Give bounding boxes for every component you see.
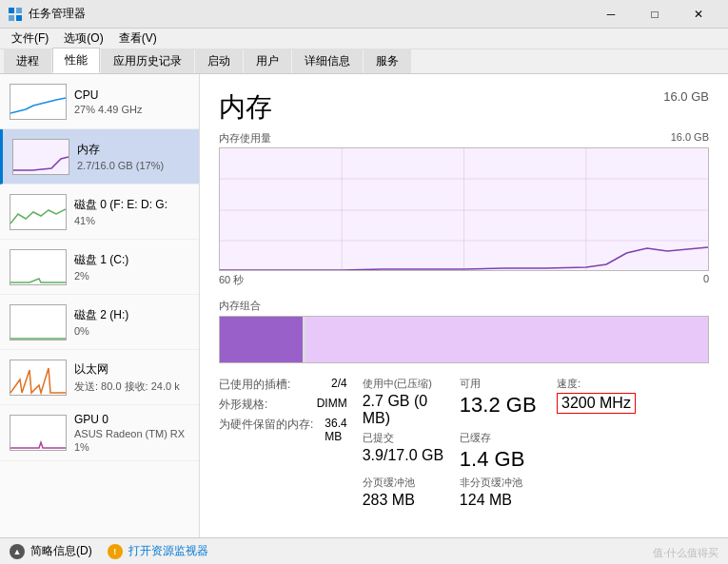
speed-highlight: 3200 MHz (557, 393, 636, 414)
chart-label-left: 内存使用量 (219, 131, 271, 146)
disk2-info: 磁盘 2 (H:) 0% (74, 307, 189, 337)
disk2-name: 磁盘 2 (H:) (74, 307, 189, 323)
panel-header: 内存 16.0 GB (219, 89, 709, 126)
stat-paged-pool: 分页缓冲池 283 MB (363, 476, 444, 509)
summary-label: 简略信息(D) (30, 543, 92, 559)
sidebar: CPU 27% 4.49 GHz 内存 2.7/16.0 GB (17%) (0, 74, 200, 537)
slots-row: 已使用的插槽: 2/4 (219, 377, 347, 393)
resource-monitor-button[interactable]: ! 打开资源监视器 (108, 543, 208, 559)
titlebar: 任务管理器 ─ □ ✕ (0, 0, 728, 29)
monitor-label: 打开资源监视器 (128, 543, 208, 559)
usage-chart-section: 内存使用量 16.0 GB 60 秒 0 (219, 131, 709, 287)
panel-title: 内存 (219, 89, 272, 126)
sidebar-item-gpu0[interactable]: GPU 0 ASUS Radeon (TM) RX 1% (0, 405, 199, 461)
form-factor-row: 外形规格: DIMM (219, 397, 347, 413)
usage-chart (219, 147, 709, 271)
comp-available (305, 317, 708, 362)
titlebar-title: 任务管理器 (29, 6, 589, 22)
tab-app-history[interactable]: 应用历史记录 (101, 49, 194, 73)
mem-mini-graph (12, 139, 69, 175)
main-content: CPU 27% 4.49 GHz 内存 2.7/16.0 GB (17%) (0, 74, 728, 537)
disk0-mini-graph (10, 194, 67, 230)
chart-time-right: 0 (703, 273, 709, 287)
chart-time-row: 60 秒 0 (219, 273, 709, 287)
summary-info-button[interactable]: ▲ 简略信息(D) (10, 543, 92, 559)
sidebar-item-ethernet[interactable]: 以太网 发送: 80.0 接收: 24.0 k (0, 350, 199, 405)
svg-rect-2 (9, 15, 14, 21)
maximize-button[interactable]: □ (633, 0, 677, 29)
disk0-info: 磁盘 0 (F: E: D: G: 41% (74, 197, 189, 226)
disk2-value: 0% (74, 325, 189, 337)
stat-committed: 已提交 3.9/17.0 GB (363, 431, 444, 472)
right-info-panel: 已使用的插槽: 2/4 外形规格: DIMM 为硬件保留的内存: 36.4 MB (219, 377, 347, 509)
mem-name: 内存 (77, 142, 189, 158)
tabbar: 进程 性能 应用历史记录 启动 用户 详细信息 服务 (0, 49, 728, 74)
eth-mini-graph (10, 360, 67, 396)
sidebar-item-disk0[interactable]: 磁盘 0 (F: E: D: G: 41% (0, 185, 199, 240)
chart-label-row: 内存使用量 16.0 GB (219, 131, 709, 146)
summary-icon: ▲ (10, 544, 25, 559)
eth-value: 发送: 80.0 接收: 24.0 k (74, 379, 189, 394)
stat-nonpaged-pool: 非分页缓冲池 124 MB (460, 476, 541, 509)
tab-details[interactable]: 详细信息 (292, 49, 363, 73)
svg-rect-0 (9, 8, 14, 13)
svg-rect-1 (16, 8, 22, 13)
tab-performance[interactable]: 性能 (52, 48, 100, 73)
app-icon (8, 7, 23, 22)
stat-in-use: 使用中(已压缩) 2.7 GB (0 MB) (363, 377, 444, 427)
cpu-info: CPU 27% 4.49 GHz (74, 88, 189, 115)
tab-process[interactable]: 进程 (4, 49, 51, 73)
close-button[interactable]: ✕ (677, 0, 720, 29)
disk0-name: 磁盘 0 (F: E: D: G: (74, 197, 189, 213)
gpu0-value: ASUS Radeon (TM) RX (74, 428, 189, 439)
minimize-button[interactable]: ─ (589, 0, 633, 29)
watermark: 值·什么值得买 (653, 546, 718, 560)
mem-info: 内存 2.7/16.0 GB (17%) (77, 142, 189, 171)
composition-bar (219, 316, 709, 363)
bottombar: ▲ 简略信息(D) ! 打开资源监视器 值·什么值得买 (0, 537, 728, 564)
composition-label: 内存组合 (219, 299, 709, 313)
eth-name: 以太网 (74, 361, 189, 378)
right-panel: 内存 16.0 GB 内存使用量 16.0 GB (200, 74, 728, 537)
gpu0-name: GPU 0 (74, 413, 189, 426)
svg-rect-3 (16, 15, 22, 21)
cpu-value: 27% 4.49 GHz (74, 104, 189, 115)
disk0-value: 41% (74, 215, 189, 226)
chart-label-right: 16.0 GB (671, 131, 709, 146)
mem-value: 2.7/16.0 GB (17%) (77, 160, 189, 171)
menu-file[interactable]: 文件(F) (4, 29, 56, 49)
stat-available: 可用 13.2 GB (460, 377, 541, 427)
sidebar-item-memory[interactable]: 内存 2.7/16.0 GB (17%) (0, 129, 199, 185)
hardware-reserved-row: 为硬件保留的内存: 36.4 MB (219, 417, 347, 443)
cpu-name: CPU (74, 88, 189, 102)
gpu0-value2: 1% (74, 441, 189, 453)
sidebar-item-disk1[interactable]: 磁盘 1 (C:) 2% (0, 240, 199, 295)
monitor-icon: ! (108, 544, 123, 559)
disk1-mini-graph (10, 249, 67, 285)
chart-time-left: 60 秒 (219, 273, 244, 287)
gpu0-mini-graph (10, 415, 67, 451)
stat-cached: 已缓存 1.4 GB (460, 431, 541, 472)
menubar: 文件(F) 选项(O) 查看(V) (0, 29, 728, 49)
eth-info: 以太网 发送: 80.0 接收: 24.0 k (74, 361, 189, 394)
disk1-name: 磁盘 1 (C:) (74, 252, 189, 268)
stats-section: 使用中(已压缩) 2.7 GB (0 MB) 可用 13.2 GB 速度: 32… (219, 377, 709, 509)
sidebar-item-disk2[interactable]: 磁盘 2 (H:) 0% (0, 295, 199, 350)
cpu-mini-graph (10, 84, 67, 120)
stat-speed: 速度: 3200 MHz (557, 377, 709, 427)
sidebar-item-cpu[interactable]: CPU 27% 4.49 GHz (0, 74, 199, 129)
menu-view[interactable]: 查看(V) (111, 29, 165, 49)
comp-used (220, 317, 303, 362)
panel-total: 16.0 GB (663, 89, 709, 104)
tab-services[interactable]: 服务 (364, 49, 411, 73)
tab-startup[interactable]: 启动 (195, 49, 243, 73)
menu-options[interactable]: 选项(O) (56, 29, 110, 49)
disk1-value: 2% (74, 270, 189, 282)
tab-users[interactable]: 用户 (244, 49, 291, 73)
composition-section: 内存组合 (219, 299, 709, 363)
disk2-mini-graph (10, 304, 67, 340)
gpu0-info: GPU 0 ASUS Radeon (TM) RX 1% (74, 413, 189, 453)
titlebar-controls: ─ □ ✕ (589, 0, 720, 29)
disk1-info: 磁盘 1 (C:) 2% (74, 252, 189, 282)
